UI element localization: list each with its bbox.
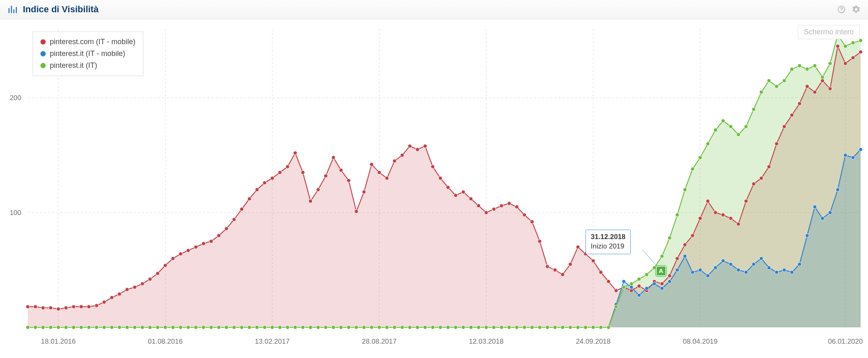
legend-marker (40, 39, 46, 45)
svg-point-96 (561, 273, 565, 276)
svg-point-308 (500, 326, 503, 329)
svg-point-92 (530, 220, 534, 224)
svg-point-294 (393, 326, 396, 329)
svg-point-285 (324, 326, 327, 329)
svg-point-292 (377, 326, 381, 329)
svg-point-69 (354, 210, 358, 213)
svg-point-103 (614, 289, 618, 293)
svg-point-53 (232, 218, 236, 222)
svg-point-281 (294, 326, 297, 329)
svg-point-112 (683, 243, 687, 246)
svg-point-123 (767, 165, 771, 168)
svg-point-301 (446, 326, 450, 329)
panel-title: Indice di Visibilità (23, 4, 831, 15)
svg-point-272 (225, 326, 228, 329)
svg-point-300 (438, 326, 442, 329)
svg-point-97 (568, 262, 572, 266)
svg-point-253 (80, 326, 83, 329)
svg-point-37 (110, 296, 114, 300)
svg-point-280 (286, 326, 289, 329)
svg-point-121 (752, 182, 755, 186)
chart-area[interactable]: pinterest.com (IT - mobile)pinterest.it … (0, 19, 868, 355)
help-icon[interactable] (837, 5, 846, 14)
svg-text:18.01.2016: 18.01.2016 (41, 338, 76, 345)
legend-item[interactable]: pinterest.it (IT) (40, 60, 136, 72)
svg-point-89 (507, 201, 511, 205)
svg-point-355 (859, 39, 863, 43)
svg-point-74 (393, 159, 396, 163)
svg-point-86 (484, 211, 488, 215)
gear-icon[interactable] (852, 5, 861, 14)
svg-point-35 (95, 304, 98, 307)
svg-point-105 (630, 289, 633, 293)
svg-point-289 (354, 326, 358, 329)
svg-point-343 (767, 79, 771, 83)
svg-point-243 (844, 153, 847, 157)
fullscreen-button[interactable]: Schermo intero (798, 25, 860, 39)
svg-point-238 (805, 234, 809, 237)
svg-point-296 (408, 326, 412, 329)
svg-point-226 (714, 266, 717, 270)
svg-point-235 (782, 268, 786, 272)
svg-point-291 (370, 326, 374, 329)
svg-point-220 (668, 280, 672, 283)
svg-point-233 (767, 266, 771, 270)
svg-point-118 (729, 217, 732, 220)
svg-point-354 (851, 41, 855, 45)
svg-point-132 (836, 45, 839, 48)
svg-point-115 (706, 199, 710, 203)
svg-point-307 (492, 326, 496, 329)
svg-point-113 (691, 234, 694, 237)
svg-point-77 (416, 148, 419, 151)
svg-point-26 (26, 305, 30, 309)
svg-point-276 (255, 326, 259, 329)
svg-point-58 (270, 177, 274, 180)
legend-marker (40, 51, 46, 56)
svg-point-100 (591, 259, 595, 263)
svg-point-264 (163, 326, 167, 329)
svg-point-99 (584, 252, 588, 256)
legend-item[interactable]: pinterest.it (IT - mobile) (40, 48, 136, 60)
legend-item[interactable]: pinterest.com (IT - mobile) (40, 36, 136, 48)
svg-point-30 (56, 307, 60, 311)
svg-point-265 (171, 326, 175, 329)
svg-point-39 (125, 288, 129, 291)
svg-point-345 (782, 79, 786, 83)
svg-point-56 (255, 188, 259, 192)
svg-text:13.02.2017: 13.02.2017 (255, 338, 289, 345)
svg-point-284 (316, 326, 320, 329)
svg-point-312 (530, 326, 534, 329)
visibility-index-panel: Indice di Visibilità pinterest.com (IT -… (0, 0, 868, 355)
svg-point-33 (80, 305, 83, 309)
svg-point-38 (118, 292, 121, 296)
svg-point-244 (851, 156, 855, 159)
svg-point-52 (225, 227, 228, 230)
svg-point-286 (332, 326, 335, 329)
svg-point-135 (859, 50, 863, 54)
svg-point-64 (316, 188, 320, 192)
svg-point-76 (408, 144, 412, 148)
svg-point-116 (714, 211, 717, 215)
svg-point-245 (859, 148, 863, 151)
svg-point-114 (698, 217, 702, 220)
legend-label: pinterest.it (IT - mobile) (50, 49, 125, 58)
svg-point-275 (247, 326, 251, 329)
svg-point-257 (110, 326, 114, 329)
svg-point-241 (828, 211, 832, 215)
svg-point-80 (438, 177, 442, 180)
svg-point-330 (668, 236, 672, 240)
svg-point-36 (102, 300, 106, 304)
svg-point-66 (332, 156, 335, 159)
svg-point-117 (721, 213, 725, 217)
svg-point-71 (370, 163, 374, 166)
svg-point-309 (507, 326, 511, 329)
svg-point-51 (217, 234, 220, 237)
svg-point-50 (209, 239, 213, 243)
svg-point-329 (660, 254, 664, 258)
svg-point-283 (309, 326, 312, 329)
legend-marker (40, 63, 46, 68)
svg-point-315 (553, 326, 557, 329)
svg-point-328 (652, 266, 656, 270)
svg-point-349 (813, 64, 817, 67)
svg-point-62 (301, 170, 305, 174)
